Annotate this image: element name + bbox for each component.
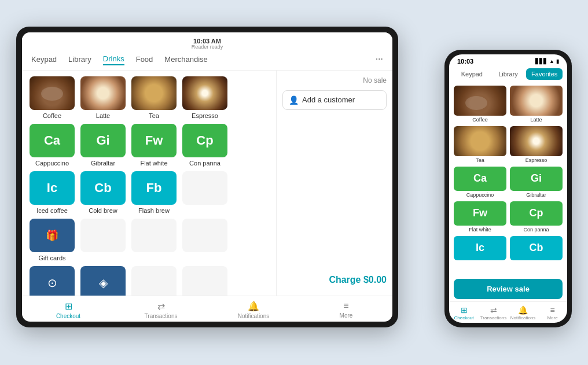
list-item[interactable]: ◈ Rewards <box>80 266 126 296</box>
phone-notifications-icon: 🔔 <box>518 305 528 315</box>
gibraltar-label: Gibraltar <box>91 160 115 167</box>
list-item[interactable]: 🎁 Gift cards <box>29 219 75 261</box>
tea-image <box>131 76 177 110</box>
tab-library[interactable]: Library <box>68 54 91 65</box>
phone-grid-row-5: Ic Cb <box>454 236 563 261</box>
discounts-icon: ⊙ <box>47 276 57 290</box>
phone-nav-checkout[interactable]: ⊞ Checkout <box>449 305 479 320</box>
cappuccino-badge: Ca <box>30 124 75 157</box>
bottom-nav-transactions[interactable]: ⇄ Transactions <box>115 301 207 319</box>
list-item-empty <box>131 266 177 296</box>
more-options-icon[interactable]: ··· <box>376 54 383 64</box>
espresso-image <box>182 76 227 110</box>
phone-device: 10:03 ▋▋▋ ▲ ▮ Keypad Library Favorites <box>444 50 572 327</box>
coldbrew-badge: Cb <box>80 171 126 205</box>
add-customer-text: Add a customer <box>302 95 355 104</box>
phone-nav-transactions[interactable]: ⇄ Transactions <box>479 305 508 320</box>
add-customer-button[interactable]: 👤 Add a customer <box>282 90 387 110</box>
phone-more-label: More <box>547 315 557 320</box>
phone-iced-badge: Ic <box>454 236 506 260</box>
list-item[interactable]: Cp Con panna <box>182 124 228 167</box>
phone-tab-keypad[interactable]: Keypad <box>454 68 490 80</box>
list-item[interactable]: Ic <box>454 236 506 261</box>
gibraltar-badge: Gi <box>80 124 126 157</box>
add-customer-icon: 👤 <box>289 95 299 105</box>
espresso-label: Espresso <box>192 112 218 119</box>
bottom-nav-notifications[interactable]: 🔔 Notifications <box>207 301 300 319</box>
tea-label: Tea <box>149 112 159 119</box>
grid-row-gift: 🎁 Gift cards <box>29 219 269 261</box>
phone-tab-library[interactable]: Library <box>490 68 527 80</box>
more-label: More <box>340 312 353 319</box>
coffee-label: Coffee <box>43 112 61 119</box>
list-item[interactable]: Fb Flash brew <box>131 171 177 214</box>
tablet-status-sub: Reader ready <box>172 44 242 50</box>
list-item[interactable]: Ic Iced coffee <box>29 171 75 214</box>
phone-nav-notifications[interactable]: 🔔 Notifications <box>508 305 538 320</box>
bottom-nav-more[interactable]: ≡ More <box>300 301 392 319</box>
tablet-nav: Keypad Library Drinks Food Merchandise ·… <box>22 49 392 71</box>
giftcard-icon: 🎁 <box>46 229 58 242</box>
tablet-status-bar: 10:03 AM Reader ready <box>22 32 392 49</box>
list-item[interactable]: Ca Cappuccino <box>454 167 506 198</box>
tablet-bottom-nav: ⊞ Checkout ⇄ Transactions 🔔 Notification… <box>22 296 392 322</box>
list-item[interactable]: Latte <box>510 86 563 123</box>
list-item-empty <box>131 219 177 261</box>
charge-button[interactable]: Charge $0.00 <box>282 270 387 290</box>
phone-gibraltar-badge: Gi <box>510 167 563 191</box>
tab-keypad[interactable]: Keypad <box>31 54 57 65</box>
tab-merchandise[interactable]: Merchandise <box>164 54 207 65</box>
phone-grid-row-3: Ca Cappuccino Gi Gibraltar <box>454 167 563 198</box>
phone-conpanna-badge: Cp <box>510 201 563 226</box>
grid-row-images: Coffee Latte Tea <box>29 76 269 119</box>
conpanna-badge: Cp <box>182 124 227 157</box>
list-item[interactable]: Gi Gibraltar <box>80 124 126 167</box>
list-item[interactable]: Cp Con panna <box>510 201 563 233</box>
list-item[interactable]: Tea <box>131 76 177 119</box>
phone-grid: Coffee Latte Tea <box>449 82 567 276</box>
list-item[interactable]: Espresso <box>510 126 563 163</box>
list-item[interactable]: Latte <box>80 76 126 119</box>
coffee-image <box>30 76 75 110</box>
list-item[interactable]: Gi Gibraltar <box>510 167 563 198</box>
icedcoffee-badge: Ic <box>30 171 75 205</box>
list-item[interactable]: ⊙ Discounts <box>29 266 75 296</box>
phone-grid-row-1: Coffee Latte <box>454 86 563 123</box>
cappuccino-label: Cappuccino <box>35 160 69 167</box>
list-item[interactable]: Fw Flat white <box>454 201 506 233</box>
phone-flatwhite-label: Flat white <box>469 227 491 233</box>
review-sale-button[interactable]: Review sale <box>454 279 563 299</box>
rewards-badge: ◈ <box>80 266 126 296</box>
phone-nav-more[interactable]: ≡ More <box>538 305 567 320</box>
phone-bottom-nav: ⊞ Checkout ⇄ Transactions 🔔 Notification… <box>449 301 567 323</box>
grid-row-discounts: ⊙ Discounts ◈ Rewards <box>29 266 269 296</box>
phone-checkout-label: Checkout <box>454 315 474 320</box>
coldbrew-label: Cold brew <box>89 207 117 214</box>
list-item[interactable]: Tea <box>454 126 506 163</box>
list-item[interactable]: Coffee <box>29 76 75 119</box>
bottom-nav-checkout[interactable]: ⊞ Checkout <box>22 301 115 319</box>
phone-tea-label: Tea <box>476 157 484 163</box>
giftcard-badge: 🎁 <box>30 219 75 252</box>
icedcoffee-label: Iced coffee <box>36 207 68 214</box>
battery-icon: ▮ <box>556 58 559 64</box>
tablet-right-panel: No sale 👤 Add a customer Charge $0.00 <box>277 71 392 296</box>
phone-espresso-img <box>510 126 563 156</box>
tab-drinks[interactable]: Drinks <box>103 53 124 65</box>
signal-icon: ▋▋▋ <box>535 58 547 64</box>
list-item[interactable]: Cb Cold brew <box>80 171 126 214</box>
list-item[interactable]: Ca Cappuccino <box>29 124 75 167</box>
phone-nav: Keypad Library Favorites <box>449 66 567 82</box>
list-item[interactable]: Coffee <box>454 86 506 123</box>
phone-flatwhite-badge: Fw <box>454 201 506 226</box>
tab-food[interactable]: Food <box>136 54 153 65</box>
phone-checkout-icon: ⊞ <box>461 305 468 315</box>
tablet-screen: 10:03 AM Reader ready Keypad Library Dri… <box>22 32 392 322</box>
list-item[interactable]: Espresso <box>182 76 228 119</box>
rewards-icon: ◈ <box>99 276 108 290</box>
phone-tab-favorites[interactable]: Favorites <box>526 68 563 80</box>
phone-transactions-label: Transactions <box>480 315 507 320</box>
phone-latte-label: Latte <box>530 117 542 123</box>
list-item[interactable]: Fw Flat white <box>131 124 177 167</box>
list-item[interactable]: Cb <box>510 236 563 261</box>
